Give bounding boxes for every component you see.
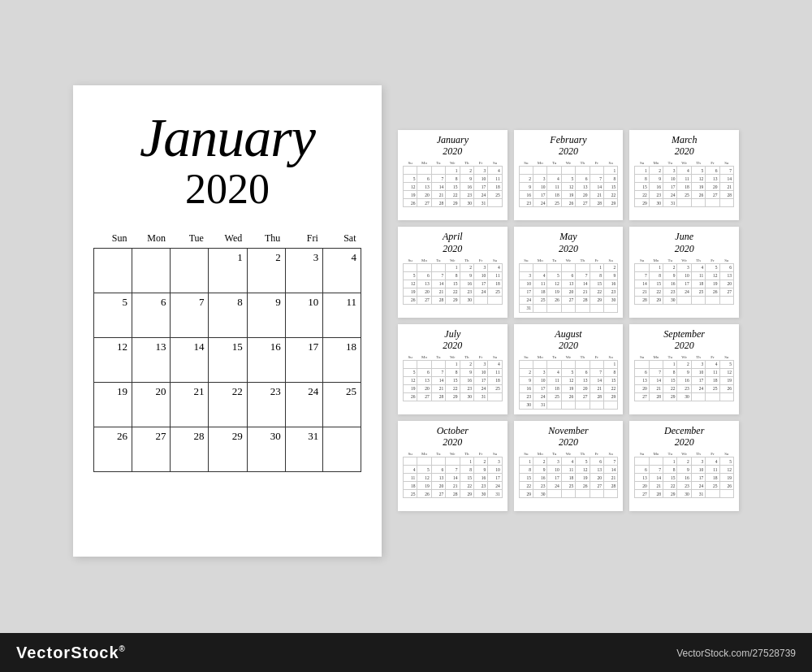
- sm-day: [603, 490, 617, 498]
- small-cal-grid: SuMoTuWeThFrSa12345678910111213141516171…: [403, 451, 503, 498]
- sm-day: 26: [691, 191, 705, 199]
- sm-day: [404, 263, 417, 271]
- large-year-title: 2020: [185, 165, 270, 213]
- sm-day: 31: [473, 199, 487, 207]
- sm-day: 26: [719, 384, 733, 392]
- sm-day: 24: [473, 288, 487, 296]
- sm-day: 14: [431, 280, 445, 288]
- sm-day: 16: [473, 474, 487, 482]
- sm-day: 20: [576, 191, 590, 199]
- sm-day: 1: [590, 263, 603, 271]
- sm-day: 19: [404, 191, 417, 199]
- sm-day: 20: [706, 183, 719, 191]
- sm-day-header: We: [561, 451, 575, 457]
- sm-day: [561, 360, 575, 368]
- sm-day: 17: [547, 474, 561, 482]
- sm-day-header: Mo: [533, 258, 547, 264]
- sm-day: 18: [706, 376, 719, 384]
- sm-day: 8: [446, 271, 460, 280]
- small-year-title: 2020: [443, 243, 462, 255]
- sm-day: 24: [473, 384, 487, 392]
- sm-day: 6: [431, 466, 445, 474]
- sm-day: 11: [488, 368, 502, 376]
- sm-day: 5: [576, 457, 590, 466]
- sm-day: 27: [561, 296, 575, 304]
- sm-day: 28: [576, 296, 590, 304]
- small-calendar: February2020SuMoTuWeThFrSa12345678910111…: [514, 130, 624, 220]
- calendar-day: 27: [132, 427, 171, 471]
- sm-day: 16: [460, 376, 473, 384]
- sm-day: 23: [460, 384, 473, 392]
- sm-day: 3: [533, 175, 547, 183]
- sm-day: 16: [460, 280, 473, 288]
- sm-day: 7: [590, 175, 603, 183]
- sm-day-header: Mo: [417, 160, 431, 167]
- sm-day: 13: [417, 183, 431, 191]
- sm-day: 4: [547, 368, 561, 376]
- sm-day: 14: [446, 474, 460, 482]
- sm-day: 7: [446, 466, 460, 474]
- sm-day: 10: [677, 271, 691, 280]
- sm-day: 24: [488, 482, 502, 490]
- sm-day: 28: [719, 191, 733, 199]
- sm-day: 9: [460, 175, 473, 183]
- footer-url: VectorStock.com/27528739: [676, 645, 796, 660]
- calendar-day: 5: [94, 293, 132, 337]
- sm-day-header: Su: [635, 451, 649, 457]
- sm-day-header: Tu: [547, 354, 561, 361]
- sm-day: 20: [719, 280, 733, 288]
- sm-day: 27: [706, 191, 719, 199]
- sm-day: 5: [547, 271, 561, 280]
- sm-day: 9: [603, 271, 617, 280]
- sm-day: 26: [706, 288, 719, 296]
- sm-day-header: We: [446, 354, 460, 361]
- sm-day: 19: [404, 384, 417, 392]
- sm-day: 23: [460, 288, 473, 296]
- sm-day: 17: [677, 280, 691, 288]
- sm-day: 4: [488, 263, 502, 271]
- sm-day: 29: [603, 199, 617, 207]
- sm-day: 12: [404, 183, 417, 191]
- sm-day: 13: [561, 280, 575, 288]
- sm-day: 1: [663, 457, 677, 466]
- sm-day-header: Sa: [603, 451, 617, 457]
- sm-day-header: Fr: [590, 258, 603, 264]
- sm-day: 14: [590, 183, 603, 191]
- sm-day: 22: [603, 191, 617, 199]
- day-header: Mon: [132, 229, 171, 249]
- sm-day: 3: [691, 457, 705, 466]
- sm-day: 21: [603, 474, 617, 482]
- sm-day: 2: [677, 360, 691, 368]
- sm-day: 17: [533, 384, 547, 392]
- sm-day: 6: [576, 368, 590, 376]
- sm-day: 30: [663, 296, 677, 304]
- sm-day: 3: [547, 457, 561, 466]
- sm-day: [576, 167, 590, 175]
- sm-day: 31: [691, 490, 705, 498]
- calendar-day: 9: [247, 293, 285, 337]
- sm-day: 20: [417, 384, 431, 392]
- sm-day: 11: [488, 175, 502, 183]
- sm-day: 6: [417, 175, 431, 183]
- calendar-day: 23: [247, 382, 285, 427]
- sm-day: 7: [649, 368, 663, 376]
- sm-day-header: Fr: [473, 354, 487, 361]
- sm-day: 9: [663, 271, 677, 280]
- sm-day-header: We: [561, 258, 575, 264]
- sm-day: 23: [677, 384, 691, 392]
- sm-day: 23: [663, 288, 677, 296]
- sm-day: 14: [603, 466, 617, 474]
- sm-day: 21: [431, 288, 445, 296]
- sm-day: [590, 304, 603, 312]
- sm-day: 17: [488, 474, 502, 482]
- calendar-row: 1234: [94, 248, 361, 293]
- sm-day: 11: [691, 271, 705, 280]
- sm-day: 31: [519, 304, 533, 312]
- sm-day: [404, 360, 417, 368]
- sm-day: 7: [431, 368, 445, 376]
- sm-day: [649, 360, 663, 368]
- sm-day: [691, 199, 705, 207]
- day-header: Sat: [323, 229, 361, 249]
- sm-day: 12: [404, 376, 417, 384]
- small-cal-grid: SuMoTuWeThFrSa12345678910111213141516171…: [403, 354, 503, 401]
